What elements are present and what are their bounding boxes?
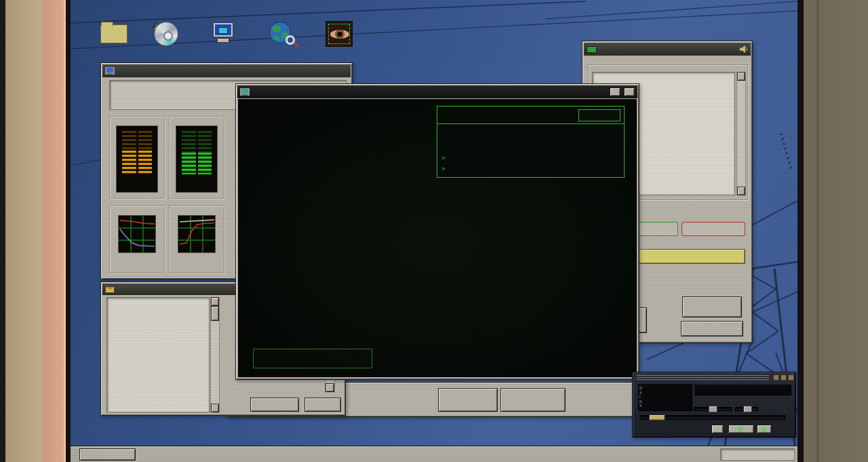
dialog-close-button[interactable] [578,109,620,121]
water-group [169,206,224,273]
storage-group [109,116,165,199]
scroll-down-arrow[interactable] [326,383,334,392]
storage-gauge [116,126,158,193]
globe-magnifier-icon [269,22,294,46]
desktop-icon-surveillance[interactable] [255,18,308,52]
taskbar [71,446,797,462]
player-titlebar[interactable] [634,374,794,381]
max-size-row: > [441,165,620,172]
power-chart [118,215,156,253]
minimize-button[interactable] [610,88,620,96]
shuffle-button[interactable] [728,425,754,434]
marketplace-titlebar[interactable] [584,43,751,56]
shuffle-led [739,428,742,431]
desktop: ♪ [71,0,797,462]
surveillance-hub-window: > > [235,83,639,380]
music-note-icon: ♪ [152,18,158,32]
monitor-icon [240,88,250,96]
scroll-down-arrow[interactable] [737,187,745,195]
time-display: OAIDV [638,384,692,411]
monitor-photo: ♪ [0,0,868,462]
bezel-tan-strip [5,0,42,462]
repeat-button[interactable] [757,425,772,434]
seek-thumb[interactable] [649,415,665,421]
volume-thumb[interactable] [709,406,717,412]
uses-power-badge [682,222,745,236]
bezel-dark-left [66,0,71,462]
computer-icon [212,22,235,45]
eject-button[interactable] [711,425,724,434]
temperature-badge [635,222,678,236]
scroll-down-arrow[interactable] [211,404,219,412]
balance-thumb[interactable] [743,406,752,412]
music-player-window: OAIDV [632,372,796,438]
menu-button[interactable] [79,448,136,461]
bezel-dark-right [797,0,804,462]
skip-button[interactable] [438,388,498,412]
scroll-up-arrow[interactable] [211,297,219,306]
inbox-message-list [106,297,210,412]
desktop-icon-documents[interactable] [87,18,140,52]
marketplace-scrollbar[interactable] [736,72,746,195]
speaker-icon[interactable] [740,45,748,53]
bezel-pink-strip [42,0,64,462]
taskbar-clock [720,448,795,461]
bezel-right-inner [804,0,818,462]
balance-slider[interactable] [735,407,758,411]
delete-button[interactable] [304,398,341,412]
hub-titlebar[interactable] [237,85,637,98]
close-button[interactable] [624,88,635,96]
volume-slider[interactable] [694,407,732,411]
computer-icon [105,67,115,75]
marketplace-icon [587,46,597,53]
prompt-icon: > [441,165,459,172]
min-size-row: > [441,154,620,161]
inbox-scrollbar[interactable] [210,297,220,412]
water-chart [178,215,216,253]
welcome-dialog: > > [437,106,625,178]
power-group [109,206,165,273]
bezel-right-outer [818,0,868,462]
bezel-left-edge [0,0,5,462]
hardware-window-titlebar[interactable] [102,64,351,77]
scrollbar-thumb[interactable] [211,306,219,321]
seek-slider[interactable] [640,415,785,420]
player-close-button[interactable] [788,374,794,381]
repeat-led [762,428,765,431]
memory-gauge [176,126,218,193]
memory-group [169,116,224,199]
scroll-up-arrow[interactable] [737,72,745,81]
manual-mode-button[interactable] [500,388,566,412]
track-title-display [694,385,791,396]
folder-icon [100,24,127,43]
surveillance-canvas: > > [238,99,637,377]
downgrade-button[interactable] [681,321,743,336]
player-minimize-button[interactable] [773,374,779,381]
upgrade-button[interactable] [682,296,742,317]
delete-all-button[interactable] [250,398,299,412]
prompt-icon: > [441,154,459,161]
open-impact-prediction-button[interactable] [630,249,745,264]
eye-scan-icon [326,21,353,47]
player-shade-button[interactable] [781,374,787,381]
desktop-icon-faceminer[interactable] [313,18,366,52]
clutterbar[interactable]: OAIDV [639,386,642,408]
envelope-icon [105,286,115,293]
harvest-package-button[interactable] [253,349,372,368]
desktop-icon-system[interactable] [197,18,250,52]
titlebar-ridges [637,375,769,380]
cd-icon [154,22,178,46]
desktop-icon-music-player[interactable]: ♪ [140,18,193,52]
